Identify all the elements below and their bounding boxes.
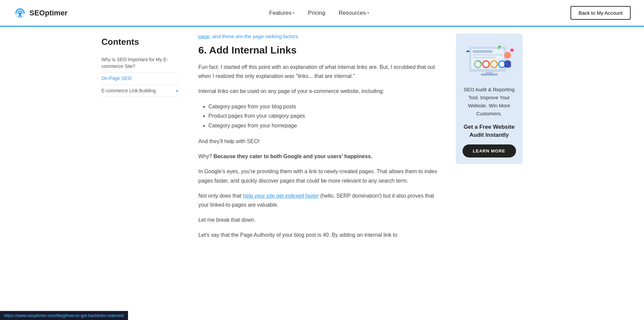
back-to-account-button[interactable]: Back to My Account — [570, 6, 631, 20]
indexed-faster-link[interactable]: help your site get indexed faster — [243, 193, 319, 199]
paragraph-and-help: And they'll help with SEO! — [199, 137, 439, 146]
sidebar-item-link-building[interactable]: E-commerce Link Building ▸ — [102, 85, 178, 97]
main-nav: Features ▾ Pricing Resources ▾ — [269, 10, 369, 16]
top-fade-text: page, and these are the page ranking fac… — [199, 33, 439, 39]
sidebar-title: Contents — [102, 37, 178, 47]
svg-rect-3 — [473, 50, 493, 53]
list-item: Category pages from your homepage — [209, 121, 439, 131]
paragraph-break-down: Let me break that down. — [199, 215, 439, 224]
arrow-icon: ▸ — [176, 88, 178, 94]
list-item: Product pages from your category pages — [209, 111, 439, 121]
sidebar: Contents Why is SEO Important for My E-c… — [102, 33, 188, 245]
list-item: Category pages from your blog posts — [209, 102, 439, 112]
nav-resources[interactable]: Resources ▾ — [339, 10, 369, 16]
site-header: SEOptimer Features ▾ Pricing Resources ▾… — [0, 0, 644, 27]
svg-point-15 — [511, 49, 513, 51]
section-title: 6. Add Internal Links — [199, 44, 439, 56]
chevron-down-icon: ▾ — [293, 11, 294, 15]
right-sidebar: SEO Audit & Reporting Tool. Improve Your… — [449, 33, 523, 245]
logo-icon — [13, 6, 27, 20]
paragraph-why-because: Why? Because they cater to both Google a… — [199, 152, 439, 161]
bullet-list: Category pages from your blog posts Prod… — [199, 102, 439, 131]
sidebar-item-why-seo[interactable]: Why is SEO Important for My E-commerce S… — [102, 54, 178, 73]
cta-box: SEO Audit & Reporting Tool. Improve Your… — [456, 33, 523, 164]
nav-features[interactable]: Features ▾ — [269, 10, 294, 16]
paragraph-page-authority: Let's say that the Page Authority of you… — [199, 230, 439, 239]
cta-headline: Get a Free Website Audit Instantly — [463, 123, 516, 139]
svg-rect-5 — [473, 57, 496, 58]
paragraph-1: Fun fact: I started off this point with … — [199, 63, 439, 81]
svg-rect-12 — [481, 74, 498, 76]
chevron-down-icon-2: ▾ — [367, 11, 369, 15]
learn-more-button[interactable]: LEARN MORE — [463, 144, 516, 157]
cta-illustration — [463, 40, 516, 80]
svg-rect-4 — [473, 54, 503, 56]
sidebar-item-on-page-seo[interactable]: On-Page SEO — [102, 73, 178, 85]
logo[interactable]: SEOptimer — [13, 6, 68, 20]
svg-point-13 — [504, 52, 511, 59]
main-content: page, and these are the page ranking fac… — [188, 33, 449, 245]
nav-pricing[interactable]: Pricing — [308, 10, 325, 16]
paragraph-2: Internal links can be used on any page o… — [199, 87, 439, 96]
logo-text: SEOptimer — [29, 9, 68, 17]
paragraph-google-eyes: In Google's eyes, you're providing them … — [199, 167, 439, 185]
cta-tool-text: SEO Audit & Reporting Tool. Improve Your… — [463, 86, 516, 118]
paragraph-not-only: Not only does that help your site get in… — [199, 191, 439, 209]
page-body: Contents Why is SEO Important for My E-c… — [88, 27, 556, 252]
